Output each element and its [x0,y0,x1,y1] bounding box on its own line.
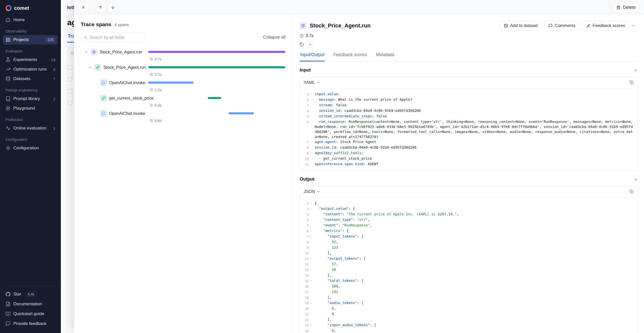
line-number: 7 [303,234,309,239]
span-row[interactable]: OpenAIChat.invoke0.8s [81,110,285,125]
code-line: 23 "input_audio_tokens": [ [301,322,634,328]
nav-section-label: Evaluation [6,49,55,53]
sidebar-item-configuration[interactable]: Configuration [3,143,58,153]
feedback-scores-button[interactable]: Feedback scores [583,21,629,30]
delete-label: Delete [623,5,636,10]
span-row[interactable]: OpenAIChat.invoke1.2s [81,79,285,94]
copy-input-button[interactable] [629,80,634,85]
span-timeline [148,48,285,56]
fold-toggle-icon[interactable] [309,300,313,306]
projects-icon [6,37,11,42]
row-checkbox[interactable] [68,65,72,70]
sidebar-item-experiments[interactable]: Experiments28 [3,55,58,64]
nav-item-label: Playground [13,106,35,111]
fold-toggle-icon[interactable] [309,322,313,328]
collapse-input-button[interactable] [633,68,638,73]
collapse-all-button[interactable]: Collapse all [263,35,285,40]
code-line: 4 session_id: caad3cba-04a9-4c0b-91b9-ed… [301,108,634,114]
add-tag-button[interactable] [307,41,314,48]
add-to-dataset-button[interactable]: Add to dataset [500,21,542,30]
sidebar-item-optimization-runs[interactable]: Optimization runs0 [3,64,58,74]
next-trace-button[interactable] [108,2,118,12]
code-line: 9agno{key_suffix}.tools: [301,150,634,156]
sidebar-item-provide-feedback[interactable]: Provide feedback [3,319,58,328]
line-number: 15 [303,278,309,284]
row-checkbox[interactable] [68,101,72,105]
span-row[interactable]: Stock_Price_Agent.run3.7s [81,63,285,79]
span-duration: 1.2s [154,88,162,92]
fold-toggle-icon[interactable] [309,206,313,212]
chevron-down-icon[interactable] [88,65,92,69]
chevron-up-icon [633,177,638,182]
prompt-library-icon [6,96,11,101]
row-checkbox[interactable] [68,77,72,82]
sidebar-item-prompt-library[interactable]: Prompt library2 [3,94,58,104]
spans-search-input[interactable] [90,35,142,40]
comet-logo[interactable]: comet [3,4,58,15]
tab-feedback-scores[interactable]: Feedback scores [333,52,367,61]
more-actions-button[interactable] [629,21,638,30]
code-line: 16 109, [301,284,634,289]
line-number: 4 [303,217,309,223]
output-format-label: JSON [304,189,315,194]
previous-trace-button[interactable] [96,2,106,12]
fold-toggle-icon[interactable] [309,234,313,239]
code-line: 10 ], [301,250,634,256]
span-duration-bar [148,51,285,53]
nav-item-label: Projects [13,37,29,42]
code-line: 2 message: What is the current price of … [301,97,634,103]
chevron-down-icon[interactable] [85,50,88,54]
code-line: 3 "content": "The current price of Apple… [301,212,634,217]
code-line: 11 "output_tokens": [ [301,256,634,261]
code-line: 13 18 [301,267,634,273]
span-row[interactable]: Stock_Price_Agent.run3.7s [81,48,285,63]
sidebar-item-online-evaluation[interactable]: Online evaluation1 [3,123,58,133]
code-line: 3 stream: false [301,103,634,108]
chevron-up-icon [633,68,638,73]
line-number: 19 [303,300,309,306]
sidebar-item-quickstart-guide[interactable]: Quickstart guide [3,309,58,319]
comments-button[interactable]: Comments [545,21,579,30]
sidebar-item-projects[interactable]: Projects125 [3,35,58,45]
nav-item-count: 1 [53,126,55,130]
code-line: 21 0 [301,311,634,317]
collapse-output-button[interactable] [633,177,638,182]
fold-toggle-icon[interactable] [309,150,313,156]
nav-item-label: Configuration [13,146,39,151]
sidebar-item-documentation[interactable]: Documentation [3,299,58,309]
trace-sidesheet: Delete Trace spans 4 spans Collapse all … [74,0,644,333]
tab-metadata[interactable]: Metadata [376,52,395,61]
fold-toggle-icon[interactable] [309,201,313,206]
span-row[interactable]: get_current_stock_price0.4s [81,94,285,110]
fold-toggle-icon[interactable] [309,228,313,234]
nav-section-label: Production [6,118,55,122]
nav-item-label: Home [13,17,25,22]
line-number: 4 [303,108,309,114]
code-line: 6 "metrics": { [301,228,634,234]
tab-input-output[interactable]: Input/Output [300,52,325,61]
sidesheet-toolbar: Delete [74,0,644,15]
fold-toggle-icon[interactable] [309,278,313,284]
span-duration: 0.4s [154,103,162,107]
line-number: 21 [303,311,309,317]
input-format-select[interactable]: YAML [304,80,320,85]
sidebar-item-playground[interactable]: Playground [3,104,58,113]
copy-output-button[interactable] [629,189,634,194]
code-line: 1{ [301,201,634,206]
sidebar-item-datasets[interactable]: Datasets7 [3,74,58,84]
nav-section-label: Configuration [6,138,55,142]
fold-toggle-icon[interactable] [309,256,313,261]
row-checkbox[interactable] [68,89,72,93]
nav-item-label: Experiments [13,57,37,62]
fold-toggle-icon[interactable] [309,91,313,97]
trace-spans-title: Trace spans [81,21,111,27]
output-format-select[interactable]: JSON [304,189,320,194]
span-duration-bar [208,97,221,99]
footer-item-label: Quickstart guide [13,311,44,316]
delete-button[interactable]: Delete [612,2,640,12]
close-button[interactable] [78,2,88,12]
sidebar-item-github-star[interactable]: Star8.4k [3,289,58,299]
span-name: Stock_Price_Agent.run [100,50,142,54]
app-root: comet HomeObservabilityProjects125Evalua… [0,0,644,333]
sidebar-item-home[interactable]: Home [3,15,58,25]
